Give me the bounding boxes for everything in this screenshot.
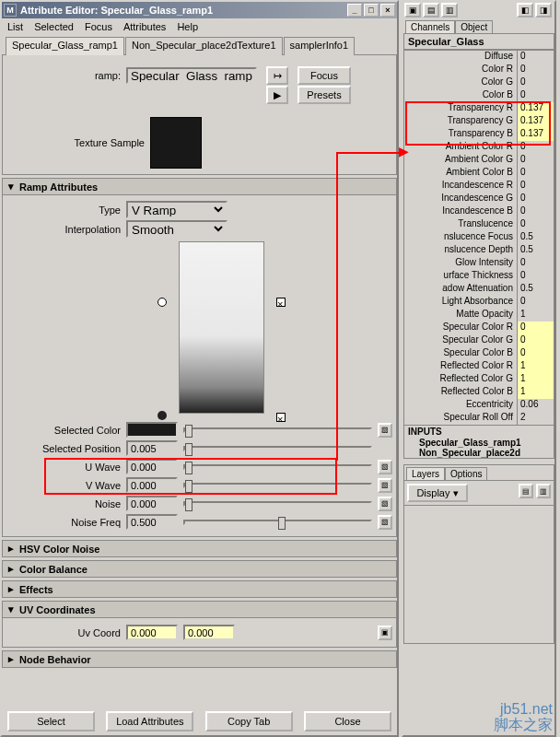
channel-attr-value[interactable]: 0 bbox=[517, 270, 554, 283]
u-coord-field[interactable] bbox=[126, 625, 178, 640]
channel-attr-value[interactable]: 0 bbox=[517, 180, 554, 193]
menu-attributes[interactable]: Attributes bbox=[123, 21, 166, 32]
go-out-button[interactable]: ▶ bbox=[266, 86, 288, 104]
channel-attr-value[interactable]: 1 bbox=[517, 386, 554, 399]
tab-object[interactable]: Object bbox=[455, 20, 493, 33]
channel-row[interactable]: Ambient Color B0 bbox=[404, 167, 554, 180]
channel-row[interactable]: Transparency R0.137 bbox=[404, 102, 554, 115]
tab-samplerinfo1[interactable]: samplerInfo1 bbox=[284, 37, 356, 55]
channel-attr-value[interactable]: 0 bbox=[517, 154, 554, 167]
channel-row[interactable]: Transparency B0.137 bbox=[404, 128, 554, 141]
channel-tool-icon-1[interactable]: ▣ bbox=[404, 3, 421, 18]
tab-options[interactable]: Options bbox=[445, 467, 487, 480]
vwave-slider[interactable] bbox=[183, 483, 372, 488]
channel-row[interactable]: Transparency G0.137 bbox=[404, 115, 554, 128]
ramp-name-field[interactable] bbox=[126, 67, 257, 84]
channel-attr-value[interactable]: 0 bbox=[517, 347, 554, 360]
uwave-field[interactable] bbox=[126, 459, 178, 474]
channel-row[interactable]: Color G0 bbox=[404, 76, 554, 89]
channel-row[interactable]: nslucence Focus0.5 bbox=[404, 231, 554, 244]
selected-position-slider[interactable] bbox=[183, 446, 372, 451]
channel-attr-value[interactable]: 2 bbox=[517, 412, 554, 425]
input-place2d[interactable]: Non_Specular_place2d bbox=[404, 448, 554, 458]
channel-attr-value[interactable]: 0.137 bbox=[517, 102, 554, 115]
selected-color-slider[interactable] bbox=[183, 427, 372, 433]
channel-row[interactable]: nslucence Depth0.5 bbox=[404, 244, 554, 257]
channel-attr-value[interactable]: 0 bbox=[517, 218, 554, 231]
layers-icon-1[interactable]: ▤ bbox=[519, 484, 533, 498]
channel-row[interactable]: Reflected Color G1 bbox=[404, 373, 554, 386]
copy-tab-button[interactable]: Copy Tab bbox=[205, 711, 293, 731]
channel-row[interactable]: Reflected Color B1 bbox=[404, 386, 554, 399]
menu-list[interactable]: List bbox=[7, 21, 23, 32]
menu-help[interactable]: Help bbox=[177, 21, 198, 32]
ramp-gradient-widget[interactable]: × × bbox=[179, 241, 264, 414]
close-button[interactable]: × bbox=[380, 4, 395, 17]
focus-button[interactable]: Focus bbox=[298, 66, 351, 85]
channel-row[interactable]: Ambient Color G0 bbox=[404, 154, 554, 167]
channel-attr-value[interactable]: 0 bbox=[517, 141, 554, 154]
channel-row[interactable]: Glow Intensity0 bbox=[404, 257, 554, 270]
channel-row[interactable]: Translucence0 bbox=[404, 218, 554, 231]
channel-attr-value[interactable]: 0.5 bbox=[517, 283, 554, 296]
ramp-handle-selected[interactable] bbox=[158, 411, 167, 420]
channel-attr-value[interactable]: 0 bbox=[517, 193, 554, 205]
channel-row[interactable]: urface Thickness0 bbox=[404, 270, 554, 283]
menu-focus[interactable]: Focus bbox=[85, 21, 112, 32]
channel-tool-icon-4[interactable]: ◧ bbox=[517, 3, 533, 18]
section-node-behavior-header[interactable]: ▸ Node Behavior bbox=[2, 650, 397, 668]
channel-row[interactable]: Specular Roll Off2 bbox=[404, 412, 554, 425]
tab-channels[interactable]: Channels bbox=[405, 20, 455, 33]
channel-attr-value[interactable]: 0.5 bbox=[517, 231, 554, 244]
channel-attr-value[interactable]: 0 bbox=[517, 64, 554, 76]
channel-row[interactable]: Reflected Color R1 bbox=[404, 360, 554, 373]
channel-row[interactable]: Color R0 bbox=[404, 64, 554, 76]
section-effects-header[interactable]: ▸ Effects bbox=[2, 580, 397, 598]
channel-node-title[interactable]: Specular_Glass bbox=[403, 34, 554, 50]
channel-row[interactable]: Matte Opacity1 bbox=[404, 309, 554, 322]
channel-row[interactable]: Specular Color B0 bbox=[404, 347, 554, 360]
uv-coord-map-button[interactable]: ▣ bbox=[378, 626, 392, 640]
load-attributes-button[interactable]: Load Attributes bbox=[106, 711, 193, 731]
noise-slider[interactable] bbox=[183, 501, 372, 507]
channel-row[interactable]: adow Attenuation0.5 bbox=[404, 283, 554, 296]
channel-row[interactable]: Specular Color G0 bbox=[404, 334, 554, 347]
vwave-map-button[interactable]: ▧ bbox=[378, 478, 392, 493]
channel-attr-value[interactable]: 0 bbox=[517, 89, 554, 102]
ramp-handle-circle[interactable] bbox=[158, 298, 167, 307]
selected-color-map-button[interactable]: ▧ bbox=[378, 423, 392, 438]
channel-attr-value[interactable]: 0 bbox=[517, 205, 554, 218]
selected-position-field[interactable] bbox=[126, 440, 178, 456]
presets-button[interactable]: Presets bbox=[298, 86, 351, 104]
maximize-button[interactable]: □ bbox=[364, 4, 379, 17]
vwave-field[interactable] bbox=[126, 477, 178, 493]
channel-row[interactable]: Incandescence G0 bbox=[404, 193, 554, 205]
selected-color-swatch[interactable] bbox=[126, 422, 178, 438]
channel-attr-value[interactable]: 0.5 bbox=[517, 244, 554, 257]
uwave-slider[interactable] bbox=[183, 464, 372, 470]
channel-attr-value[interactable]: 0.06 bbox=[517, 399, 554, 412]
channel-tool-icon-5[interactable]: ◨ bbox=[535, 3, 552, 18]
noise-map-button[interactable]: ▧ bbox=[378, 497, 392, 511]
interpolation-select[interactable]: Smooth bbox=[126, 220, 228, 238]
channel-attr-value[interactable]: 0 bbox=[517, 322, 554, 334]
go-in-button[interactable]: ↦ bbox=[266, 66, 288, 85]
channel-attr-value[interactable]: 0 bbox=[517, 76, 554, 89]
channel-row[interactable]: Diffuse0 bbox=[404, 51, 554, 64]
ramp-handle-delete[interactable]: × bbox=[276, 298, 286, 307]
channel-attr-value[interactable]: 0 bbox=[517, 167, 554, 180]
channel-row[interactable]: Eccentricity0.06 bbox=[404, 399, 554, 412]
channel-attr-value[interactable]: 1 bbox=[517, 309, 554, 322]
section-uv-coordinates-header[interactable]: ▾ UV Coordinates bbox=[2, 601, 397, 618]
minimize-button[interactable]: _ bbox=[347, 4, 362, 17]
channel-row[interactable]: Ambient Color R0 bbox=[404, 141, 554, 154]
channel-attr-value[interactable]: 0 bbox=[517, 51, 554, 64]
layers-icon-2[interactable]: ▥ bbox=[536, 484, 551, 498]
tab-non-specular-place2dtexture1[interactable]: Non_Specular_place2dTexture1 bbox=[125, 37, 283, 55]
channel-attr-value[interactable]: 0 bbox=[517, 257, 554, 270]
title-bar[interactable]: M Attribute Editor: Specular_Glass_ramp1… bbox=[2, 2, 397, 18]
channel-row[interactable]: Light Absorbance0 bbox=[404, 296, 554, 309]
type-select[interactable]: V Ramp bbox=[126, 201, 228, 218]
close-editor-button[interactable]: Close bbox=[304, 711, 391, 731]
channel-row[interactable]: Incandescence R0 bbox=[404, 180, 554, 193]
